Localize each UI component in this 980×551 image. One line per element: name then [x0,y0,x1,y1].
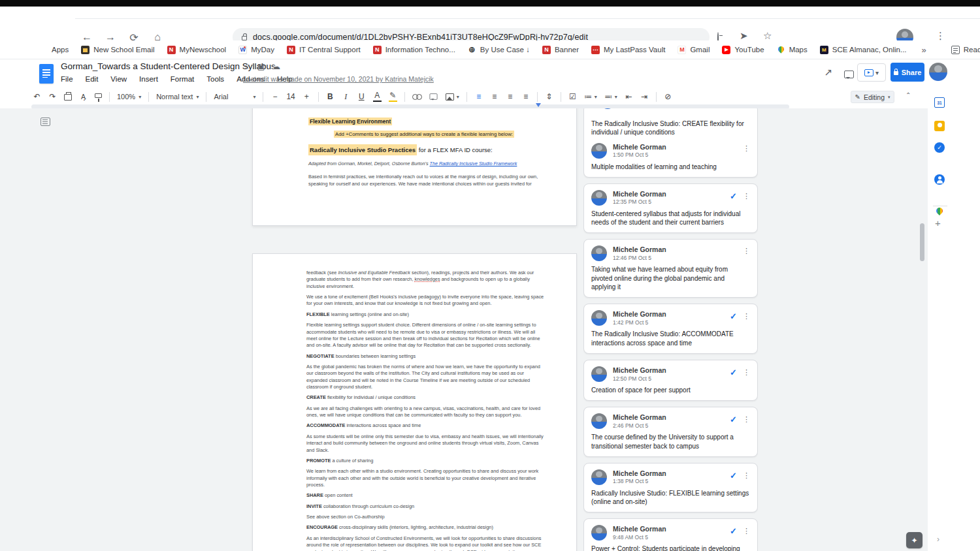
keep-icon[interactable] [934,121,945,131]
bookmark-item[interactable]: N IT Central Support [287,46,361,54]
document-page-1[interactable]: Flexible Learning Environment Add +Comme… [252,108,577,226]
comment-options-icon[interactable]: ⋮ [743,312,750,321]
line-spacing-icon[interactable]: ⇕ [545,93,553,101]
last-edit-link[interactable]: Last edit was made on November 10, 2021 … [243,75,434,83]
framework-link[interactable]: The Radically Inclusive Studio Framework [430,161,517,166]
reading-list-button[interactable]: Reading list [951,46,980,54]
italic-icon[interactable]: I [342,93,350,101]
text-color-icon[interactable]: A [373,91,382,101]
insert-comment-icon[interactable] [429,93,437,100]
bookmark-item[interactable]: M Gmail [678,46,710,54]
paint-format-icon[interactable] [95,93,102,98]
comment-options-icon[interactable]: ⋮ [743,192,750,200]
maps-icon[interactable] [934,207,945,217]
comment-card[interactable]: Michele Gorman 9:48 AM Oct 5 ✓ ⋮ Power +… [583,518,758,551]
paragraph-style-select[interactable]: Normal text▾ [156,93,199,101]
comment-history-icon[interactable] [840,67,857,82]
document-stats-icon[interactable]: ↗ [820,65,837,80]
docs-file-icon[interactable] [39,64,54,84]
align-center-icon[interactable]: ≡ [490,93,498,101]
add-addon-icon[interactable]: + [935,217,941,228]
bookmarks-overflow-icon[interactable]: » [922,45,926,55]
comment-card[interactable]: Michele Gorman 1:42 PM Oct 5 ✓ ⋮ The Rad… [583,304,758,354]
comment-card[interactable]: Michele Gorman 12:46 PM Oct 5 ⋮ Taking w… [583,239,758,298]
comment-options-icon[interactable]: ⋮ [743,144,750,153]
menu-item[interactable]: Tools [206,75,224,83]
bookmark-item[interactable]: N MyNewschool [167,46,227,54]
editing-mode-button[interactable]: ✎ Editing ▾ [851,91,894,103]
share-button[interactable]: Share [890,63,924,82]
document-page-2[interactable]: feedback (see Inclusive and Equitable Fe… [252,253,577,551]
comment-card[interactable]: Michele Gorman 1:38 PM Oct 5 ✓ ⋮ Radical… [583,463,758,513]
menu-item[interactable]: Format [171,75,194,83]
rail-collapse-icon[interactable]: › [937,535,939,544]
increase-indent-icon[interactable]: ⇥ [640,93,649,101]
redo-icon[interactable]: ↷ [48,93,57,101]
resolve-check-icon[interactable]: ✓ [730,526,737,536]
bookmark-item[interactable]: N Information Techno... [373,46,455,54]
bookmark-item[interactable]: ⊕ By Use Case ↓ [468,46,530,54]
bookmark-item[interactable]: Maps [777,46,808,54]
insert-link-icon[interactable] [412,94,421,99]
tasks-icon[interactable]: ✓ [934,142,945,153]
numbered-list-icon[interactable]: ≕ [604,93,613,101]
menu-item[interactable]: View [110,75,127,83]
bulleted-list-icon[interactable]: ≔ [584,93,593,101]
bookmark-item[interactable]: M SCE Almanac, Onlin... [820,46,907,54]
bold-icon[interactable]: B [326,93,335,101]
align-right-icon[interactable]: ≡ [506,93,514,101]
zoom-select[interactable]: 100%▾ [117,93,141,101]
comment-card[interactable]: Michele Gorman 12:35 PM Oct 5 ✓ ⋮ Studen… [583,183,758,234]
comment-options-icon[interactable]: ⋮ [743,415,750,424]
resolve-check-icon[interactable]: ✓ [730,415,737,424]
account-avatar[interactable] [929,63,947,81]
menu-item[interactable]: File [61,75,73,83]
clear-formatting-icon[interactable]: ⊘ [664,93,672,101]
bookmark-item[interactable]: N Banner [542,46,579,54]
underline-icon[interactable]: U [357,93,366,101]
star-document-icon[interactable]: ☆ [243,62,250,71]
bookmark-item[interactable]: Apps [39,46,69,54]
comment-options-icon[interactable]: ⋮ [743,527,750,535]
decrease-indent-icon[interactable]: ⇤ [625,93,633,101]
comment-card[interactable]: The Radically Inclusive Studio: CREATE f… [583,108,758,178]
comment-text: Multiple modalities of learning and teac… [591,163,750,171]
print-icon[interactable] [64,94,72,101]
menu-item[interactable]: Edit [86,75,99,83]
doc-heading-flexible-learning: Flexible Learning Environment [308,118,392,125]
doc-text-run: FLEXIBLE learning settings (online and o… [306,311,409,317]
comment-card[interactable]: Michele Gorman 12:50 PM Oct 5 ✓ ⋮ Creati… [583,360,758,401]
checklist-icon[interactable]: ☑ [568,93,577,101]
document-scrollbar[interactable] [920,223,924,261]
present-to-meeting-button[interactable]: ▾ [857,63,886,82]
align-left-icon[interactable]: ≡ [474,93,483,101]
font-size-increase[interactable]: + [302,93,311,101]
comment-options-icon[interactable]: ⋮ [743,368,750,377]
resolve-check-icon[interactable]: ✓ [730,311,737,321]
resolve-check-icon[interactable]: ✓ [730,471,737,480]
spellcheck-icon[interactable]: A [79,93,88,101]
comment-options-icon[interactable]: ⋮ [743,247,750,255]
calendar-icon[interactable]: 31 [934,97,945,108]
resolve-check-icon[interactable]: ✓ [730,368,737,377]
bookmark-item[interactable]: New School Email [81,46,154,54]
menu-item[interactable]: Insert [139,75,158,83]
insert-image-icon[interactable] [446,93,454,101]
move-to-folder-icon[interactable]: ▣ [257,62,265,71]
highlight-color-icon[interactable]: ✎ [389,91,397,101]
font-size-decrease[interactable]: − [270,93,279,101]
hide-menus-icon[interactable]: ⌃ [906,91,911,99]
align-justify-icon[interactable]: ≡ [521,93,530,101]
bookmark-item[interactable]: ⋯ My LastPass Vault [591,46,665,54]
document-outline-icon[interactable] [41,118,50,126]
bookmark-item[interactable]: ▶ YouTube [722,46,764,54]
explore-button[interactable]: ✦ [906,532,923,548]
font-size-value[interactable]: 14 [286,93,295,101]
resolve-check-icon[interactable]: ✓ [730,191,737,201]
bookmark-item[interactable]: W MyDay [238,46,274,54]
font-select[interactable]: Arial▾ [214,93,255,101]
undo-icon[interactable]: ↶ [33,93,41,101]
comment-card[interactable]: Michele Gorman 2:46 PM Oct 5 ✓ ⋮ The cou… [583,407,758,457]
comment-options-icon[interactable]: ⋮ [743,471,750,480]
contacts-icon[interactable] [934,174,945,185]
